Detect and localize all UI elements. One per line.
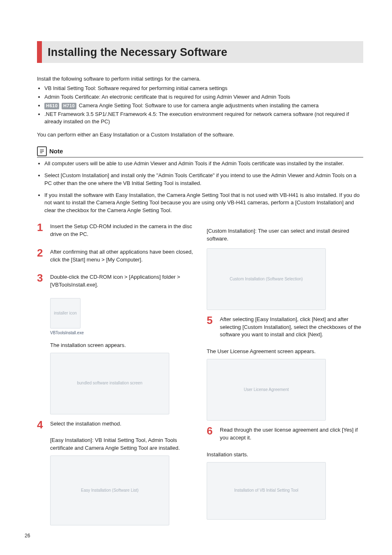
intro-lead: Install the following software to perfor…	[37, 75, 363, 83]
step-number: 5	[207, 315, 216, 342]
install-screen-image: bundled software installation screen	[50, 353, 169, 414]
intro-bullets: VB Initial Setting Tool: Software requir…	[37, 85, 363, 126]
step-2: 2 After confirming that all other applic…	[37, 247, 194, 267]
step-5-after: The User License Agreement screen appear…	[207, 348, 363, 356]
intro-outro: You can perform either an Easy Installat…	[37, 131, 363, 139]
step-4: 4 Select the installation method.	[37, 419, 194, 431]
intro-bullet: VB Initial Setting Tool: Software requir…	[44, 85, 363, 92]
left-column: 1 Insert the Setup CD-ROM included in th…	[37, 222, 194, 530]
page-title: Installing the Necessary Software	[48, 44, 357, 60]
step-4-sub: [Easy Installation]: VB Initial Setting …	[50, 437, 194, 452]
step-3-after: The installation screen appears.	[50, 342, 194, 349]
step-text: Insert the Setup CD-ROM included in the …	[50, 223, 194, 238]
step-text: Select the installation method.	[50, 420, 194, 428]
note-title: Note	[49, 147, 63, 156]
install-progress-image: Installation of VB Initial Setting Tool	[207, 462, 326, 520]
step-1: 1 Insert the Setup CD-ROM included in th…	[37, 222, 194, 242]
note-item: Select [Custom Installation] and install…	[44, 172, 363, 187]
intro-bullet: .NET Framework 3.5 SP1/.NET Framework 4.…	[44, 111, 363, 126]
custom-install-list-image: Custom Installation (Software Selection)	[207, 248, 326, 310]
step-number: 2	[37, 247, 46, 267]
note-list: All computer users will be able to use A…	[37, 160, 363, 215]
installer-exe-icon: installer icon	[50, 298, 81, 328]
step-text: Double-click the CD-ROM icon > [Applicat…	[50, 273, 194, 289]
note-block: Note All computer users will be able to …	[37, 146, 363, 215]
intro-bullet: Admin Tools Certificate: An electronic c…	[44, 93, 363, 101]
license-agreement-image: User License Agreement	[207, 359, 326, 421]
model-tag-h610: H610	[44, 103, 59, 109]
step-6: 6 Read through the user license agreemen…	[207, 426, 363, 445]
step-6-after: Installation starts.	[207, 451, 363, 459]
page-number: 26	[25, 532, 30, 539]
model-tag-h710: H710	[62, 103, 76, 109]
two-column-steps: 1 Insert the Setup CD-ROM included in th…	[37, 222, 363, 530]
easy-install-list-image: Easy Installation (Software List)	[50, 456, 169, 525]
installer-exe-label: VBToolsInstall.exe	[50, 330, 81, 336]
step-text: After selecting [Easy Installation], cli…	[220, 316, 363, 339]
step-text: Read through the user license agreement …	[220, 426, 363, 442]
note-item: If you install the software with Easy In…	[44, 192, 363, 215]
note-header: Note	[37, 146, 363, 157]
right-column: [Custom Installation]: The user can sele…	[207, 222, 363, 530]
intro-bullet-text: Camera Angle Setting Tool: Software to u…	[79, 102, 319, 109]
step-text: After confirming that all other applicat…	[50, 248, 194, 264]
step-number: 1	[37, 222, 46, 242]
note-icon	[37, 146, 47, 156]
section-title-bar: Installing the Necessary Software	[37, 41, 363, 63]
intro-bullet: H610 H710 Camera Angle Setting Tool: Sof…	[44, 102, 363, 110]
step-number: 3	[37, 273, 46, 292]
step-number: 4	[37, 419, 46, 431]
step-5: 5 After selecting [Easy Installation], c…	[207, 315, 363, 342]
step-4-sub-right: [Custom Installation]: The user can sele…	[207, 227, 363, 243]
note-item: All computer users will be able to use A…	[44, 160, 363, 168]
step-3: 3 Double-click the CD-ROM icon > [Applic…	[37, 273, 194, 292]
step-number: 6	[207, 426, 216, 445]
